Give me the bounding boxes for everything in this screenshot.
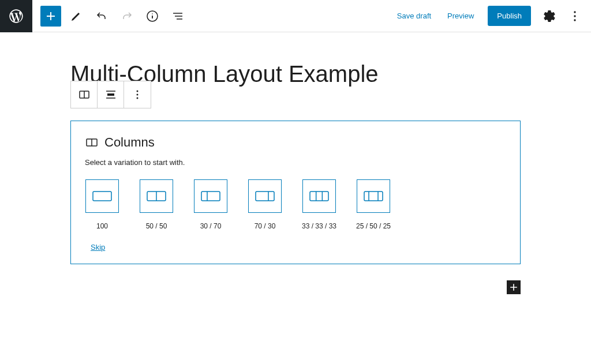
toolbar-right-group: Save draft Preview Publish bbox=[390, 6, 591, 27]
info-icon bbox=[145, 9, 159, 23]
kebab-icon bbox=[130, 88, 144, 102]
variation-icon-100 bbox=[85, 179, 119, 213]
svg-point-1 bbox=[574, 11, 575, 13]
variation-label: 30 / 70 bbox=[200, 222, 222, 230]
variation-70-30[interactable]: 70 / 30 bbox=[248, 179, 282, 230]
svg-point-2 bbox=[574, 15, 575, 17]
gear-icon bbox=[543, 9, 556, 23]
svg-rect-22 bbox=[364, 192, 383, 201]
variation-icon-25-50-25 bbox=[357, 179, 390, 213]
settings-button[interactable] bbox=[539, 6, 560, 27]
variation-icon-70-30 bbox=[248, 179, 282, 213]
variation-label: 25 / 50 / 25 bbox=[356, 222, 391, 230]
wordpress-logo[interactable] bbox=[0, 0, 32, 32]
plus-icon bbox=[508, 282, 519, 293]
block-more-button[interactable] bbox=[124, 81, 151, 108]
svg-point-9 bbox=[137, 97, 139, 99]
block-appender-row bbox=[70, 280, 521, 294]
preview-button[interactable]: Preview bbox=[440, 7, 481, 25]
pencil-icon bbox=[69, 9, 83, 23]
svg-rect-17 bbox=[256, 192, 274, 201]
undo-button[interactable] bbox=[91, 6, 112, 27]
columns-icon bbox=[85, 136, 99, 149]
kebab-icon bbox=[568, 9, 582, 23]
svg-rect-15 bbox=[201, 192, 220, 201]
column-variations: 100 50 / 50 30 / 70 70 / 30 bbox=[85, 179, 506, 230]
columns-instruction: Select a variation to start with. bbox=[85, 158, 506, 167]
outline-button[interactable] bbox=[167, 6, 188, 27]
undo-icon bbox=[95, 9, 109, 23]
more-options-button[interactable] bbox=[564, 6, 585, 27]
publish-button[interactable]: Publish bbox=[488, 6, 531, 26]
block-toolbar bbox=[70, 81, 151, 108]
svg-point-3 bbox=[574, 19, 575, 21]
align-button[interactable] bbox=[98, 81, 124, 108]
block-type-button[interactable] bbox=[71, 81, 98, 108]
save-draft-button[interactable]: Save draft bbox=[390, 7, 438, 25]
variation-33-33-33[interactable]: 33 / 33 / 33 bbox=[302, 179, 336, 230]
variation-50-50[interactable]: 50 / 50 bbox=[139, 179, 174, 230]
variation-30-70[interactable]: 30 / 70 bbox=[193, 179, 228, 230]
edit-mode-button[interactable] bbox=[66, 6, 87, 27]
variation-label: 100 bbox=[96, 222, 108, 230]
variation-label: 50 / 50 bbox=[146, 222, 167, 230]
editor-canvas: Multi-Column Layout Example Columns Sele… bbox=[0, 32, 591, 294]
variation-icon-50-50 bbox=[140, 179, 173, 213]
variation-label: 33 / 33 / 33 bbox=[302, 222, 336, 230]
svg-point-7 bbox=[137, 91, 139, 92]
svg-rect-12 bbox=[93, 192, 111, 201]
columns-block-title: Columns bbox=[104, 135, 155, 150]
svg-rect-6 bbox=[107, 93, 114, 96]
plus-icon bbox=[44, 9, 58, 23]
variation-100[interactable]: 100 bbox=[85, 179, 119, 230]
variation-icon-30-70 bbox=[194, 179, 227, 213]
add-block-appender[interactable] bbox=[507, 280, 521, 294]
wordpress-icon bbox=[8, 8, 24, 24]
columns-icon bbox=[77, 88, 91, 102]
svg-rect-19 bbox=[310, 192, 328, 201]
columns-block-header: Columns bbox=[85, 135, 506, 150]
variation-icon-33-33-33 bbox=[302, 179, 336, 213]
toolbar-left-group bbox=[32, 6, 189, 27]
svg-point-8 bbox=[137, 94, 139, 96]
redo-button[interactable] bbox=[117, 6, 137, 27]
add-block-button[interactable] bbox=[40, 6, 61, 27]
redo-icon bbox=[120, 9, 134, 23]
title-area: Multi-Column Layout Example bbox=[70, 61, 521, 87]
variation-25-50-25[interactable]: 25 / 50 / 25 bbox=[356, 179, 391, 230]
editor-topbar: Save draft Preview Publish bbox=[0, 0, 591, 32]
info-button[interactable] bbox=[142, 6, 163, 27]
variation-label: 70 / 30 bbox=[255, 222, 276, 230]
list-view-icon bbox=[171, 9, 185, 23]
skip-link[interactable]: Skip bbox=[91, 243, 105, 252]
align-icon bbox=[104, 88, 118, 102]
columns-block-placeholder: Columns Select a variation to start with… bbox=[70, 121, 521, 264]
